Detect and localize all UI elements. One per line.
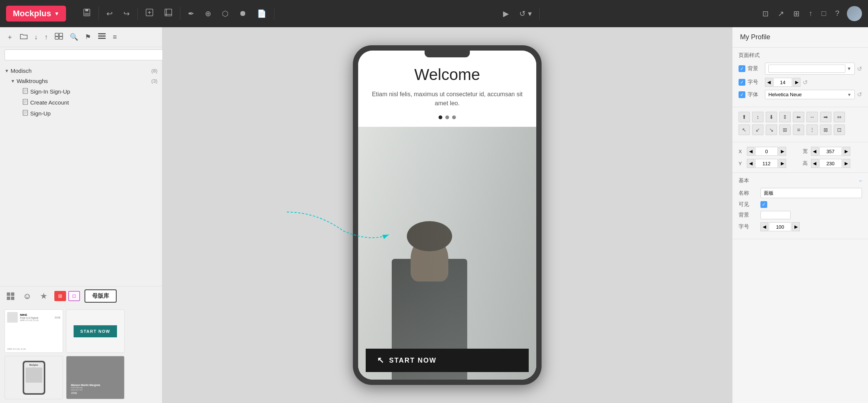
align-spread-icon[interactable]: ⊠: [820, 125, 831, 135]
tab-components[interactable]: [5, 290, 17, 302]
visible-checkbox[interactable]: [760, 201, 767, 208]
thumb-card-nike[interactable]: NIKE Free 4.0 Flyknit ARR 4.5 US, 6 US 2…: [5, 309, 63, 353]
search-icon[interactable]: 🔍: [68, 31, 80, 43]
top-toolbar: Mockplus ▼ ↩ ↪ ✒ ⊕ ⬡ ⏺ 📄 ▶ ↺ ▾ ⊡ ↗ ⊞ ↑: [0, 0, 868, 27]
qr-icon[interactable]: ⊞: [792, 8, 801, 20]
pages-icon[interactable]: [96, 31, 108, 43]
anchor-icon[interactable]: ⊕: [203, 8, 213, 20]
group-icon[interactable]: [53, 31, 65, 43]
height-increment[interactable]: ▶: [843, 159, 850, 168]
align-compact-icon[interactable]: ⊡: [834, 125, 845, 135]
tab-favorites[interactable]: ★: [38, 290, 50, 302]
down-icon[interactable]: ↓: [32, 32, 40, 43]
basic-font-size-value[interactable]: 100: [769, 222, 791, 231]
align-eq-v-icon[interactable]: ⋮: [806, 125, 818, 135]
up-icon[interactable]: ↑: [43, 32, 50, 43]
height-decrement[interactable]: ◀: [811, 159, 819, 168]
font-size-decrement[interactable]: ◀: [765, 78, 773, 87]
visible-row: 可见: [739, 201, 862, 208]
align-middle-v-icon[interactable]: ↕: [752, 112, 763, 122]
redo-icon[interactable]: ↪: [122, 8, 131, 20]
x-value[interactable]: 0: [755, 147, 778, 156]
height-value[interactable]: 230: [819, 159, 842, 168]
align-bl-icon[interactable]: ↙: [752, 125, 763, 135]
background-checkbox[interactable]: [739, 65, 745, 72]
basic-background-color[interactable]: [760, 211, 791, 219]
doc-icon[interactable]: 📄: [255, 8, 268, 20]
tree-item-sign-up[interactable]: ▶ Sign-Up: [0, 108, 162, 119]
width-decrement[interactable]: ◀: [811, 147, 819, 156]
name-input[interactable]: [760, 188, 862, 198]
record-icon[interactable]: ⏺: [237, 8, 248, 19]
align-eq-h-icon[interactable]: ≡: [793, 125, 804, 135]
browser-icon[interactable]: □: [820, 8, 828, 19]
dot-3: [452, 115, 456, 119]
visible-label: 可见: [739, 201, 757, 208]
align-grid-icon[interactable]: ⊞: [779, 125, 791, 135]
cta-button[interactable]: ↖ START NOW: [366, 349, 529, 372]
font-size-reset-icon[interactable]: ↺: [803, 79, 808, 86]
tree-item-create-account[interactable]: ▶ Create Account: [0, 97, 162, 108]
thumb-card-phone[interactable]: Mockplus: [5, 356, 63, 399]
flag-icon[interactable]: ⚑: [83, 31, 93, 43]
tree-item-sign-in-sign-up[interactable]: ▶ Sign-In Sign-Up: [0, 86, 162, 97]
refresh-icon[interactable]: ↺ ▾: [518, 8, 533, 20]
pen-icon[interactable]: ✒: [186, 8, 196, 20]
import-icon[interactable]: ⊡: [761, 8, 770, 20]
align-bottom-icon[interactable]: ⬇: [766, 112, 777, 122]
svg-rect-28: [7, 292, 10, 296]
folder-icon[interactable]: [18, 31, 29, 43]
y-value[interactable]: 112: [755, 159, 778, 168]
play-icon[interactable]: ▶: [502, 8, 510, 20]
tab-emoji[interactable]: ☺: [21, 290, 33, 302]
logo-button[interactable]: Mockplus ▼: [6, 6, 66, 22]
x-decrement[interactable]: ◀: [747, 147, 754, 156]
align-top-icon[interactable]: ⬆: [739, 112, 750, 122]
user-avatar[interactable]: [847, 6, 862, 21]
share-icon[interactable]: ↗: [776, 8, 786, 20]
thumb-card-start-now[interactable]: START NOW: [66, 309, 125, 353]
font-size-value[interactable]: 14: [773, 78, 792, 87]
font-size-checkbox[interactable]: [739, 79, 745, 86]
basic-collapse-icon[interactable]: −: [859, 178, 862, 184]
align-center-h-icon[interactable]: ↔: [806, 112, 818, 122]
image-section: ↖ START NOW: [358, 127, 536, 380]
page-add-icon[interactable]: [144, 7, 155, 20]
tree-item-walktroughs[interactable]: ▼ Walktroughs (3): [0, 76, 162, 86]
x-increment[interactable]: ▶: [779, 147, 786, 156]
thumb-card-fashion[interactable]: Maison Martin Margiela Dark Brown size 8…: [66, 356, 125, 399]
background-input[interactable]: ▼: [765, 63, 855, 75]
distribute-h-icon[interactable]: ⇔: [834, 112, 845, 122]
help-icon[interactable]: ?: [834, 8, 841, 19]
font-family-dropdown[interactable]: Helvetica Neue ▼: [765, 90, 855, 99]
search-input[interactable]: [5, 49, 166, 60]
y-increment[interactable]: ▶: [779, 159, 786, 168]
tab-icons-btn[interactable]: ⊡: [68, 291, 80, 301]
export-icon[interactable]: ↑: [807, 8, 814, 19]
align-right-icon[interactable]: ➡: [820, 112, 831, 122]
font-family-checkbox[interactable]: [739, 91, 745, 98]
align-tl-icon[interactable]: ↖: [739, 125, 750, 135]
master-library-btn[interactable]: 母版库: [85, 289, 117, 303]
add-icon[interactable]: ＋: [5, 31, 15, 43]
width-value[interactable]: 357: [819, 147, 842, 156]
shape-icon[interactable]: ⬡: [220, 8, 230, 20]
width-increment[interactable]: ▶: [843, 147, 850, 156]
list-icon[interactable]: ≡: [111, 32, 119, 43]
tab-components-btn[interactable]: ⊞: [54, 291, 66, 301]
align-br-icon[interactable]: ↘: [766, 125, 777, 135]
basic-font-size-increment[interactable]: ▶: [792, 222, 800, 231]
align-left-icon[interactable]: ⬅: [793, 112, 804, 122]
basic-font-size-decrement[interactable]: ◀: [760, 222, 768, 231]
font-size-increment[interactable]: ▶: [793, 78, 800, 87]
font-family-reset-icon[interactable]: ↺: [857, 91, 862, 98]
tree-item-modisch[interactable]: ▼ Modisch (8): [0, 66, 162, 76]
background-color-preview[interactable]: [768, 65, 845, 73]
distribute-v-icon[interactable]: ⇕: [779, 112, 791, 122]
background-reset-icon[interactable]: ↺: [857, 65, 862, 72]
y-decrement[interactable]: ◀: [747, 159, 754, 168]
layer-tree: ▼ Modisch (8) ▼ Walktroughs (3) ▶ Sign-I…: [0, 63, 162, 286]
save-icon[interactable]: [81, 7, 92, 20]
undo-icon[interactable]: ↩: [105, 8, 114, 20]
crop-icon[interactable]: [163, 7, 174, 20]
